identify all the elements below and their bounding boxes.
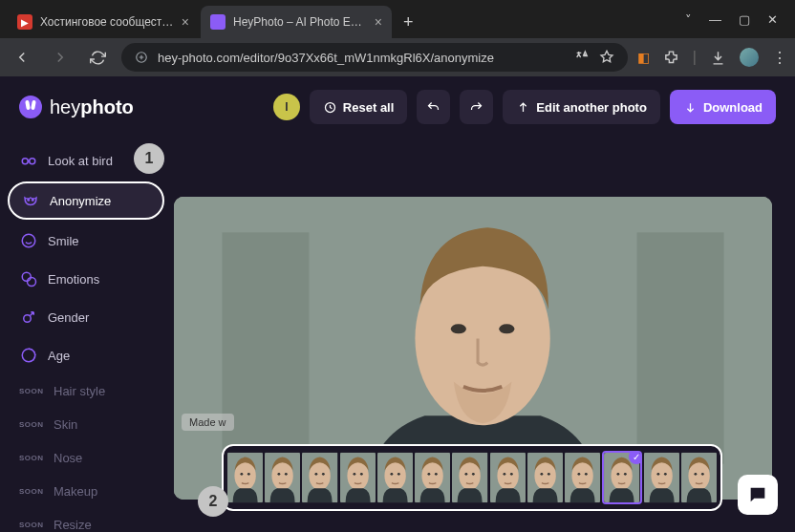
- svg-point-69: [701, 473, 704, 476]
- anonymize-option-thumb[interactable]: [265, 451, 300, 504]
- sidebar-item-makeup: SOONMakeup: [8, 477, 164, 506]
- url-input[interactable]: hey-photo.com/editor/9o37Xx66t_mW1nmkgRl…: [121, 43, 628, 72]
- svg-point-28: [315, 473, 318, 476]
- sidebar-item-label: Resize: [54, 518, 92, 532]
- svg-point-41: [435, 473, 438, 476]
- edit-another-button[interactable]: Edit another photo: [503, 90, 660, 124]
- extension-icon[interactable]: ◧: [637, 50, 650, 65]
- close-icon[interactable]: ×: [182, 14, 189, 30]
- svg-point-4: [28, 200, 30, 202]
- tab-title: HeyPhoto – AI Photo Editor On…: [233, 15, 367, 29]
- sidebar-item-label: Nose: [54, 451, 82, 465]
- maximize-icon[interactable]: ▢: [739, 12, 750, 27]
- svg-point-20: [240, 473, 243, 476]
- download-icon[interactable]: [710, 50, 726, 66]
- svg-point-32: [353, 473, 355, 476]
- browser-tabs: ▶ Хостинговое сообщество «Tin × HeyPhoto…: [0, 0, 423, 38]
- anonymize-option-thumb[interactable]: [340, 451, 376, 504]
- support-chat-button[interactable]: [738, 475, 778, 515]
- app-root: heyphoto I Reset all Edit another photo …: [0, 76, 795, 532]
- anonymize-option-thumb[interactable]: [377, 451, 413, 504]
- chat-icon: [747, 484, 768, 505]
- forward-button[interactable]: [46, 43, 75, 72]
- anonymize-option-thumb[interactable]: [490, 451, 526, 504]
- upload-icon: [516, 100, 530, 115]
- anonymize-option-thumb[interactable]: [527, 451, 563, 504]
- sidebar-item-smile[interactable]: Smile: [8, 223, 164, 258]
- anonymize-option-thumb[interactable]: [227, 451, 263, 504]
- extensions-icon[interactable]: [663, 50, 679, 66]
- svg-rect-13: [222, 232, 309, 463]
- step-badge-1: 1: [134, 143, 164, 174]
- window-controls: ˅ — ▢ ✕: [668, 12, 795, 27]
- sidebar-item-emotions[interactable]: Emotions: [8, 262, 164, 296]
- back-button[interactable]: [8, 43, 36, 72]
- age-icon: [19, 346, 38, 365]
- minimize-icon[interactable]: —: [709, 12, 721, 27]
- anonymize-option-thumb[interactable]: [644, 451, 679, 504]
- soon-badge: SOON: [19, 387, 44, 395]
- anonymize-option-thumb[interactable]: [452, 451, 487, 504]
- svg-point-60: [617, 473, 620, 476]
- sidebar-item-gender[interactable]: Gender: [8, 300, 164, 334]
- sidebar-item-label: Look at bird: [48, 154, 113, 168]
- anonymize-option-thumb[interactable]: [415, 451, 450, 504]
- svg-point-29: [322, 473, 325, 476]
- reload-button[interactable]: [84, 44, 112, 72]
- sidebar: Look at birdAnonymizeSmileEmotionsGender…: [0, 132, 172, 532]
- menu-icon[interactable]: ⋮: [772, 49, 787, 67]
- svg-point-65: [664, 473, 667, 476]
- svg-point-8: [28, 278, 36, 287]
- tab-title: Хостинговое сообщество «Tin: [40, 15, 174, 29]
- svg-point-2: [22, 159, 28, 164]
- svg-point-16: [451, 324, 466, 333]
- sidebar-item-nose: SOONNose: [8, 443, 164, 473]
- close-window-icon[interactable]: ✕: [767, 12, 778, 27]
- browser-tab[interactable]: ▶ Хостинговое сообщество «Tin ×: [8, 6, 199, 38]
- anonymize-option-thumb[interactable]: [565, 451, 600, 504]
- gender-icon: [19, 308, 38, 327]
- sidebar-item-age[interactable]: Age: [8, 338, 164, 372]
- anonymize-option-thumb[interactable]: ✓: [602, 451, 641, 504]
- sidebar-item-resize: SOONResize: [8, 510, 164, 532]
- app-header: heyphoto I Reset all Edit another photo …: [0, 76, 795, 138]
- sidebar-item-label: Anonymize: [50, 194, 111, 208]
- translate-icon[interactable]: [574, 50, 590, 65]
- soon-badge: SOON: [19, 521, 44, 529]
- download-button[interactable]: Download: [670, 90, 776, 124]
- browser-addressbar: hey-photo.com/editor/9o37Xx66t_mW1nmkgRl…: [0, 38, 795, 76]
- sidebar-item-label: Gender: [48, 310, 89, 325]
- profile-icon[interactable]: [740, 48, 759, 67]
- close-icon[interactable]: ×: [375, 14, 382, 30]
- svg-point-64: [656, 473, 659, 476]
- anonymize-option-thumb[interactable]: [302, 451, 337, 504]
- sidebar-item-label: Skin: [54, 417, 77, 432]
- step-badge-2: 2: [198, 486, 228, 517]
- anonymize-option-thumb[interactable]: [681, 451, 717, 504]
- reset-icon: [323, 100, 337, 115]
- soon-badge: SOON: [19, 420, 44, 429]
- reset-all-button[interactable]: Reset all: [310, 90, 407, 124]
- bookmark-star-icon[interactable]: [599, 50, 614, 65]
- favicon-icon: [210, 14, 226, 30]
- glasses-icon: [19, 151, 38, 170]
- chevron-down-icon[interactable]: ˅: [685, 12, 692, 27]
- browser-tab[interactable]: HeyPhoto – AI Photo Editor On… ×: [201, 6, 392, 38]
- undo-button[interactable]: [417, 90, 450, 124]
- svg-point-9: [24, 315, 32, 323]
- svg-point-6: [22, 234, 35, 247]
- check-icon: ✓: [629, 451, 642, 464]
- redo-button[interactable]: [460, 90, 493, 124]
- logo[interactable]: heyphoto: [19, 96, 134, 118]
- user-avatar[interactable]: I: [273, 94, 300, 120]
- sidebar-item-skin: SOONSkin: [8, 410, 164, 439]
- redo-icon: [469, 100, 483, 115]
- new-tab-button[interactable]: +: [394, 7, 423, 38]
- sidebar-item-anonymize[interactable]: Anonymize: [8, 181, 164, 220]
- sidebar-item-label: Hair style: [54, 384, 105, 398]
- svg-point-24: [278, 473, 281, 476]
- undo-icon: [426, 100, 440, 115]
- emotions-icon: [19, 269, 38, 288]
- svg-point-53: [548, 473, 550, 476]
- svg-point-21: [247, 473, 250, 476]
